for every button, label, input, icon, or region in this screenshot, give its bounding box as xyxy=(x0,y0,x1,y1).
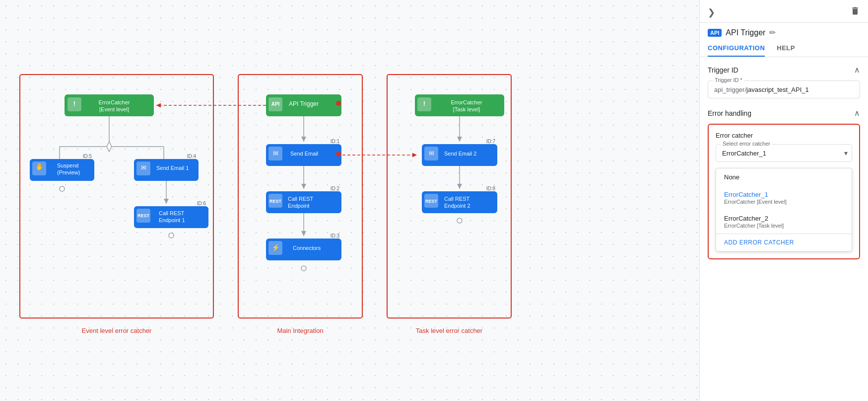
svg-rect-2 xyxy=(387,75,511,318)
svg-text:✋: ✋ xyxy=(35,162,44,171)
svg-point-42 xyxy=(336,101,341,106)
trigger-id-value: javascript_test_API_1 xyxy=(746,86,809,93)
panel-header: ❯ xyxy=(700,0,868,23)
svg-rect-18 xyxy=(32,161,46,175)
svg-text:ID:3: ID:3 xyxy=(331,233,340,239)
svg-text:Call REST: Call REST xyxy=(288,196,314,202)
svg-marker-45 xyxy=(301,137,306,142)
trigger-id-label: Trigger ID * xyxy=(713,77,744,83)
errorcatcher1-sub: ErrorCatcher [Event level] xyxy=(724,199,844,205)
panel-tabs: CONFIGURATION HELP xyxy=(700,39,868,57)
svg-rect-24 xyxy=(134,159,199,181)
svg-text:Connectors: Connectors xyxy=(293,245,321,251)
svg-rect-7 xyxy=(67,97,81,111)
trigger-id-section-header: Trigger ID ∧ xyxy=(708,65,860,75)
svg-point-37 xyxy=(169,233,174,238)
svg-rect-6 xyxy=(65,94,154,116)
panel-delete-button[interactable] xyxy=(850,6,860,18)
dropdown-item-errorcatcher2[interactable]: ErrorCatcher_2 ErrorCatcher [Task level] xyxy=(716,210,852,234)
svg-rect-39 xyxy=(268,97,282,111)
edit-icon[interactable]: ✏ xyxy=(769,28,776,37)
svg-rect-70 xyxy=(417,97,431,111)
svg-rect-83 xyxy=(422,191,497,213)
trigger-id-field: Trigger ID * api_trigger/javascript_test… xyxy=(708,80,860,98)
svg-text:Endpoint 1: Endpoint 1 xyxy=(159,217,185,223)
dropdown-item-errorcatcher1[interactable]: ErrorCatcher_1 ErrorCatcher [Event level… xyxy=(716,186,852,210)
svg-text:Send Email: Send Email xyxy=(290,151,318,157)
svg-text:ID:1: ID:1 xyxy=(331,139,340,144)
svg-text:Call REST: Call REST xyxy=(159,210,185,216)
errorcatcher2-sub: ErrorCatcher [Task level] xyxy=(724,223,844,229)
svg-text:ErrorCatcher: ErrorCatcher xyxy=(451,99,482,105)
svg-rect-69 xyxy=(415,94,504,116)
svg-point-23 xyxy=(60,186,65,191)
canvas-connections: Event level error catcher Main Integrati… xyxy=(0,0,699,401)
svg-text:[Task level]: [Task level] xyxy=(453,106,480,112)
tab-configuration[interactable]: CONFIGURATION xyxy=(708,39,765,57)
svg-marker-82 xyxy=(457,184,462,189)
right-panel: ❯ API API Trigger ✏ CONFIGURATION HELP T… xyxy=(699,0,868,401)
svg-rect-25 xyxy=(136,161,150,175)
svg-marker-54 xyxy=(301,184,306,189)
svg-rect-38 xyxy=(266,94,341,116)
svg-marker-30 xyxy=(164,199,169,204)
svg-text:Call REST: Call REST xyxy=(444,196,470,202)
panel-title-row: API API Trigger ✏ xyxy=(700,23,868,39)
panel-collapse-button[interactable]: ❯ xyxy=(708,7,715,18)
api-badge: API xyxy=(708,29,722,37)
svg-marker-75 xyxy=(457,137,462,142)
svg-text:REST: REST xyxy=(425,199,438,204)
svg-text:Task level error catcher: Task level error catcher xyxy=(416,327,483,334)
svg-text:✉: ✉ xyxy=(273,150,278,157)
svg-rect-64 xyxy=(268,241,282,255)
svg-text:REST: REST xyxy=(137,213,150,218)
error-handling-title: Error handling xyxy=(708,109,751,117)
error-handling-chevron[interactable]: ∧ xyxy=(854,108,860,118)
svg-text:Endpoint: Endpoint xyxy=(288,203,309,209)
errorcatcher1-label: ErrorCatcher_1 xyxy=(724,191,768,198)
svg-text:API Trigger: API Trigger xyxy=(289,100,319,107)
svg-text:ID:5: ID:5 xyxy=(83,154,92,159)
svg-text:⚡: ⚡ xyxy=(271,243,280,252)
svg-text:ID:4: ID:4 xyxy=(187,154,197,159)
dropdown-item-none[interactable]: None xyxy=(716,168,852,186)
svg-rect-0 xyxy=(20,75,213,318)
trigger-id-prefix: api_trigger/ xyxy=(714,86,746,93)
svg-point-68 xyxy=(301,266,306,271)
tab-help[interactable]: HELP xyxy=(777,39,795,57)
svg-text:ID:7: ID:7 xyxy=(486,139,496,144)
svg-text:Send Email 2: Send Email 2 xyxy=(444,151,476,157)
panel-body: Trigger ID ∧ Trigger ID * api_trigger/ja… xyxy=(700,57,868,401)
svg-text:ID:6: ID:6 xyxy=(197,201,206,206)
trigger-id-title: Trigger ID xyxy=(708,66,738,74)
svg-point-51 xyxy=(336,152,341,157)
svg-marker-12 xyxy=(107,142,112,152)
error-catcher-select[interactable]: Select error catcher ErrorCatcher_1 ▾ xyxy=(716,144,852,162)
select-chevron-icon: ▾ xyxy=(844,149,848,157)
svg-text:!: ! xyxy=(423,100,425,107)
svg-text:Endpoint 2: Endpoint 2 xyxy=(444,203,470,209)
add-error-catcher-button[interactable]: ADD ERROR CATCHER xyxy=(716,234,852,251)
svg-rect-76 xyxy=(422,144,497,166)
svg-rect-32 xyxy=(136,209,150,223)
svg-rect-17 xyxy=(30,159,94,181)
svg-rect-84 xyxy=(424,194,438,208)
svg-text:ID:2: ID:2 xyxy=(331,186,340,191)
svg-rect-46 xyxy=(266,144,341,166)
svg-text:Suspend: Suspend xyxy=(57,162,78,168)
svg-text:Main Integration: Main Integration xyxy=(277,327,323,334)
trigger-id-chevron[interactable]: ∧ xyxy=(854,65,860,75)
svg-rect-1 xyxy=(238,75,362,318)
svg-text:Event level error catcher: Event level error catcher xyxy=(82,327,152,334)
dropdown-menu: None ErrorCatcher_1 ErrorCatcher [Event … xyxy=(716,168,852,251)
canvas[interactable]: Event level error catcher Main Integrati… xyxy=(0,0,699,401)
select-error-catcher-value: ErrorCatcher_1 xyxy=(722,150,766,157)
svg-text:✉: ✉ xyxy=(141,164,146,171)
svg-text:ErrorCatcher: ErrorCatcher xyxy=(99,99,130,105)
svg-rect-77 xyxy=(424,147,438,160)
error-catcher-title: Error catcher xyxy=(716,132,852,139)
svg-rect-55 xyxy=(266,191,341,213)
panel-title-text: API Trigger xyxy=(726,28,765,37)
svg-text:[Event level]: [Event level] xyxy=(99,106,129,112)
svg-rect-63 xyxy=(266,239,341,260)
